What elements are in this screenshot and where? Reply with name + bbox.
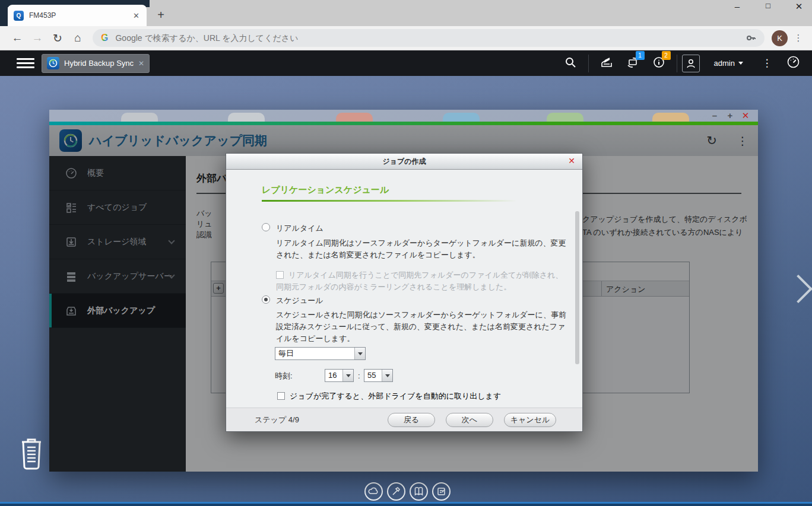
dialog-titlebar: ジョブの作成 ✕ bbox=[226, 154, 582, 170]
next-button[interactable]: 次へ bbox=[446, 413, 493, 427]
reload-icon[interactable]: ↻ bbox=[47, 31, 68, 45]
browser-tab[interactable]: Q FM453P ✕ bbox=[8, 5, 147, 26]
step-indicator: ステップ 4/9 bbox=[255, 408, 299, 432]
help-book-icon[interactable] bbox=[410, 482, 428, 501]
browser-menu-icon[interactable]: ⋮ bbox=[794, 33, 803, 43]
home-icon[interactable]: ⌂ bbox=[68, 31, 88, 44]
main-menu-icon[interactable] bbox=[17, 56, 34, 71]
info-icon[interactable]: 2 bbox=[646, 56, 672, 71]
window-minimize-button[interactable]: – bbox=[707, 110, 722, 122]
os-minimize-button[interactable]: – bbox=[729, 1, 746, 12]
qnap-header: Hybrid Backup Sync ✕ 1 2 admin bbox=[0, 50, 812, 76]
caret-down-icon bbox=[385, 374, 390, 377]
window-control-strip: – + ✕ bbox=[49, 110, 758, 122]
schedule-radio[interactable] bbox=[262, 295, 270, 304]
hour-value: 16 bbox=[325, 370, 342, 381]
tabstrip-dark-edge bbox=[0, 0, 8, 26]
realtime-ack-checkbox-row: リアルタイム同期を行うことで同期先フォルダーのファイル全てが削除され、同期元フォ… bbox=[276, 269, 570, 293]
app-tab-close-icon[interactable]: ✕ bbox=[138, 59, 144, 68]
window-maximize-button[interactable]: + bbox=[722, 110, 738, 122]
minute-dropdown-button[interactable] bbox=[382, 370, 392, 381]
notification-badge: 1 bbox=[636, 51, 645, 60]
browser-profile-avatar[interactable]: K bbox=[772, 30, 788, 46]
user-avatar-icon[interactable] bbox=[682, 55, 700, 72]
app-tab-hybrid-backup-sync[interactable]: Hybrid Backup Sync ✕ bbox=[42, 54, 150, 73]
url-input[interactable] bbox=[115, 33, 746, 43]
search-icon[interactable] bbox=[557, 56, 583, 71]
cancel-button[interactable]: キャンセル bbox=[504, 413, 556, 427]
section-heading-underline bbox=[262, 200, 517, 202]
eject-checkbox[interactable] bbox=[277, 392, 285, 400]
forward-icon[interactable]: → bbox=[27, 31, 47, 44]
back-icon[interactable]: ← bbox=[7, 31, 27, 44]
qnap-favicon-icon: Q bbox=[14, 11, 24, 21]
dialog-close-icon[interactable]: ✕ bbox=[568, 156, 575, 166]
recycle-bin-icon[interactable] bbox=[16, 436, 47, 470]
frequency-select[interactable]: 毎日 bbox=[275, 347, 366, 360]
realtime-ack-checkbox[interactable] bbox=[276, 271, 284, 279]
google-logo-icon: G bbox=[101, 33, 108, 43]
password-key-icon[interactable] bbox=[746, 33, 756, 43]
divider bbox=[588, 55, 589, 72]
realtime-radio[interactable] bbox=[262, 223, 270, 231]
app-tab-label: Hybrid Backup Sync bbox=[64, 59, 138, 68]
address-bar[interactable]: G bbox=[93, 29, 765, 47]
browser-toolbar: ← → ↻ ⌂ G K ⋮ bbox=[0, 26, 812, 50]
hbs-app-icon bbox=[47, 57, 59, 69]
new-tab-button[interactable]: + bbox=[153, 8, 169, 23]
user-caret-icon bbox=[738, 62, 743, 65]
time-label: 時刻: bbox=[275, 371, 293, 381]
feedback-icon[interactable] bbox=[432, 482, 451, 501]
next-page-chevron-icon[interactable] bbox=[788, 273, 806, 306]
more-options-icon[interactable]: ⋮ bbox=[754, 57, 780, 69]
user-menu[interactable]: admin bbox=[714, 59, 735, 68]
minute-select[interactable]: 55 bbox=[364, 369, 393, 382]
utilities-icon[interactable] bbox=[387, 482, 405, 501]
window-close-button[interactable]: ✕ bbox=[738, 110, 753, 122]
realtime-ack-label: リアルタイム同期を行うことで同期先フォルダーのファイル全てが削除され、同期元フォ… bbox=[276, 270, 563, 291]
screen: Q FM453P ✕ + – □ ✕ ← → ↻ ⌂ G K ⋮ bbox=[0, 0, 812, 506]
caret-down-icon bbox=[358, 352, 363, 355]
frequency-value: 毎日 bbox=[275, 348, 354, 359]
dialog-footer: ステップ 4/9 戻る 次へ キャンセル bbox=[226, 408, 582, 431]
dialog-scrollbar[interactable] bbox=[575, 211, 579, 364]
hour-select[interactable]: 16 bbox=[325, 369, 354, 382]
background-tasks-icon[interactable] bbox=[594, 56, 620, 71]
caret-down-icon bbox=[346, 374, 351, 377]
schedule-radio-label[interactable]: スケジュール bbox=[276, 295, 323, 306]
section-heading: レプリケーションスケジュール bbox=[262, 184, 389, 196]
browser-tabstrip: Q FM453P ✕ + – □ ✕ bbox=[0, 0, 812, 26]
os-window-bottom-border bbox=[0, 502, 812, 506]
divider bbox=[677, 55, 677, 72]
eject-checkbox-label: ジョブが完了すると、外部ドライブを自動的に取り出します bbox=[290, 392, 501, 400]
realtime-radio-label[interactable]: リアルタイム bbox=[276, 223, 323, 234]
eject-checkbox-row: ジョブが完了すると、外部ドライブを自動的に取り出します bbox=[277, 390, 574, 402]
remote-notification-icon[interactable]: 1 bbox=[620, 56, 646, 71]
info-badge: 2 bbox=[662, 51, 671, 60]
os-maximize-button[interactable]: □ bbox=[760, 1, 776, 12]
schedule-description: スケジュールされた同期化はソースフォルダーからターゲットフォルダーに、事前設定済… bbox=[276, 309, 570, 345]
time-separator: : bbox=[358, 371, 360, 380]
create-job-dialog: ジョブの作成 ✕ レプリケーションスケジュール リアルタイム リアルタイム同期化… bbox=[226, 153, 583, 432]
realtime-description: リアルタイム同期化はソースフォルダーからターゲットフォルダーに新規の、変更された… bbox=[276, 237, 570, 261]
myqnapcloud-icon[interactable] bbox=[364, 482, 383, 501]
desktop-dock bbox=[364, 482, 451, 501]
browser-tab-title: FM453P bbox=[29, 11, 132, 20]
os-close-button[interactable]: ✕ bbox=[791, 1, 807, 12]
minute-value: 55 bbox=[364, 370, 382, 381]
dialog-title: ジョブの作成 bbox=[226, 154, 582, 169]
back-button[interactable]: 戻る bbox=[388, 413, 435, 427]
dashboard-gauge-icon[interactable] bbox=[780, 55, 806, 72]
tab-close-icon[interactable]: ✕ bbox=[132, 11, 141, 20]
hour-dropdown-button[interactable] bbox=[342, 370, 353, 381]
frequency-dropdown-button[interactable] bbox=[354, 348, 365, 359]
